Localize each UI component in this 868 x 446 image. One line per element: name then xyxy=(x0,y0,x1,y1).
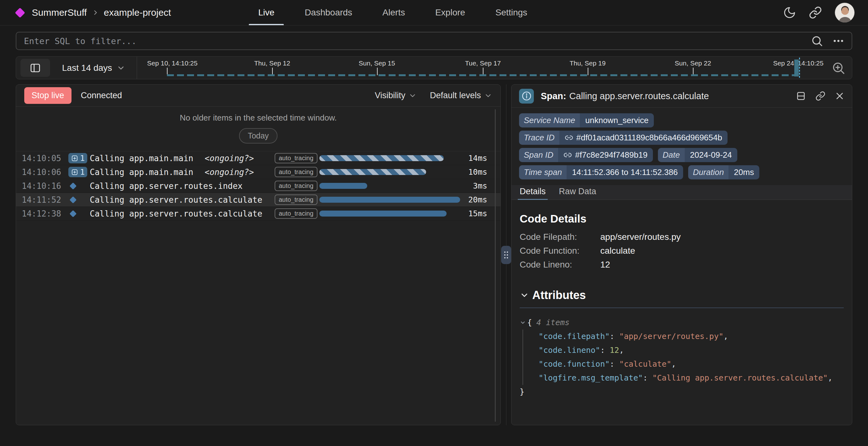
user-avatar[interactable] xyxy=(835,2,855,23)
json-entry: "logfire.msg_template": "Calling app.ser… xyxy=(538,371,844,385)
sql-filter-input[interactable] xyxy=(17,32,811,50)
trace-rows: 14:10:05 1 Calling app.main.main <ongoin… xyxy=(16,151,500,425)
split-view-icon[interactable] xyxy=(796,91,806,101)
link-icon[interactable] xyxy=(565,133,573,142)
trace-message: Calling app.server.routes.calculate xyxy=(90,209,262,218)
json-entry: "code.filepath": "app/server/routes.py", xyxy=(538,329,844,343)
code-lineno-row: Code Lineno: 12 xyxy=(520,258,844,272)
main-content: Stop live Connected Visibility Default l… xyxy=(16,84,852,425)
no-older-items-notice: No older items in the selected time wind… xyxy=(16,107,500,151)
json-item-count: 4 items xyxy=(536,316,569,329)
span-duration-bar[interactable] xyxy=(319,155,444,161)
brand-name[interactable]: SummerStuff xyxy=(32,7,87,18)
nav-tab-live[interactable]: Live xyxy=(258,0,274,25)
nav-tabs: Live Dashboards Alerts Explore Settings xyxy=(258,0,527,25)
trace-row-selected[interactable]: 14:11:52 Calling app.server.routes.calcu… xyxy=(16,193,500,207)
tab-raw-data[interactable]: Raw Data xyxy=(559,187,596,199)
badge-label: Trace ID xyxy=(519,131,559,145)
zoom-in-icon[interactable] xyxy=(831,61,846,75)
link-icon[interactable] xyxy=(563,151,572,159)
trace-message: Calling app.main.main xyxy=(90,167,193,177)
nav-tab-alerts[interactable]: Alerts xyxy=(382,0,405,25)
more-options-icon[interactable] xyxy=(832,35,845,47)
nav-tab-settings[interactable]: Settings xyxy=(495,0,527,25)
collapsed-span-count-icon[interactable]: 1 xyxy=(68,153,87,163)
breadcrumb-project[interactable]: example-project xyxy=(104,7,171,18)
span-duration-bar[interactable] xyxy=(319,169,426,175)
trace-duration: 15ms xyxy=(468,209,487,218)
stop-live-button[interactable]: Stop live xyxy=(24,87,71,104)
kv-value: app/server/routes.py xyxy=(600,230,681,244)
trace-id-badge[interactable]: Trace ID #df01acad0311189c8b66a466d96965… xyxy=(519,131,727,145)
span-diamond-icon xyxy=(70,182,77,189)
timeline-selection-cursor[interactable] xyxy=(799,58,800,78)
timeline-activity-dashes xyxy=(167,74,801,76)
collapsed-span-count-icon[interactable]: 1 xyxy=(68,167,87,177)
copy-link-icon[interactable] xyxy=(815,91,826,101)
collapsed-count: 1 xyxy=(80,167,85,177)
badge-label: Date xyxy=(658,148,685,162)
service-name-badge: Service Name unknown_service xyxy=(519,113,654,127)
json-entry: "code.function": "calculate", xyxy=(538,357,844,371)
sidebar-toggle-icon[interactable] xyxy=(21,59,50,77)
chevron-down-icon xyxy=(484,92,492,100)
span-info-icon xyxy=(519,89,534,103)
attributes-divider xyxy=(520,308,844,308)
code-function-row: Code Function: calculate xyxy=(520,244,844,258)
trace-duration: 20ms xyxy=(468,195,487,204)
span-detail-header: Span:Calling app.server.routes.calculate xyxy=(512,85,852,108)
trace-tag: auto_tracing xyxy=(275,194,317,205)
attributes-json-viewer: { 4 items "code.filepath": "app/server/r… xyxy=(520,316,844,399)
top-nav: SummerStuff example-project Live Dashboa… xyxy=(0,0,868,26)
sql-filter-bar xyxy=(16,32,852,50)
nav-tab-dashboards[interactable]: Dashboards xyxy=(305,0,352,25)
span-diamond-icon xyxy=(70,210,77,217)
trace-duration: 3ms xyxy=(473,181,487,190)
chevron-down-icon xyxy=(408,92,417,100)
timeline-label: Sun, Sep 15 xyxy=(359,60,395,67)
attributes-collapse-toggle[interactable]: Attributes xyxy=(520,289,844,302)
trace-timestamp: 14:10:16 xyxy=(22,181,66,191)
search-icon[interactable] xyxy=(811,35,823,47)
share-link-icon[interactable] xyxy=(809,6,822,19)
span-badges: Service Name unknown_service Trace ID #d… xyxy=(512,108,852,182)
timeline-label: Thu, Sep 12 xyxy=(254,60,290,67)
json-root-toggle[interactable]: { 4 items xyxy=(520,316,844,329)
today-button[interactable]: Today xyxy=(239,128,278,144)
span-duration-bar[interactable] xyxy=(319,211,446,217)
badge-value: 14:11:52.366 to 14:11:52.386 xyxy=(567,165,683,180)
kv-value: calculate xyxy=(600,244,635,258)
scrollbar[interactable] xyxy=(495,109,496,422)
trace-row[interactable]: 14:10:05 1 Calling app.main.main <ongoin… xyxy=(16,151,500,165)
tab-details[interactable]: Details xyxy=(520,187,546,199)
span-duration-bar[interactable] xyxy=(319,197,460,203)
dark-mode-moon-icon[interactable] xyxy=(783,6,796,19)
timeline-bar: Last 14 days Sep 10, 14:10:25 Thu, Sep 1… xyxy=(16,56,852,79)
kv-label: Code Lineno: xyxy=(520,258,600,272)
chevron-down-icon xyxy=(520,319,526,326)
default-levels-dropdown[interactable]: Default levels xyxy=(430,91,492,100)
trace-row[interactable]: 14:10:16 Calling app.server.routes.index… xyxy=(16,179,500,193)
timeline-activity-spike xyxy=(794,60,799,76)
app-root: SummerStuff example-project Live Dashboa… xyxy=(0,0,868,425)
panel-resize-handle[interactable] xyxy=(501,246,511,264)
brand-logo-icon[interactable] xyxy=(15,7,25,18)
span-duration-bar[interactable] xyxy=(319,183,367,189)
close-icon[interactable] xyxy=(835,91,844,101)
collapsed-count: 1 xyxy=(80,154,85,163)
time-range-select[interactable]: Last 14 days xyxy=(62,63,125,73)
nav-tab-explore[interactable]: Explore xyxy=(435,0,465,25)
visibility-dropdown[interactable]: Visibility xyxy=(375,91,417,100)
date-badge: Date 2024-09-24 xyxy=(658,148,737,162)
time-range-label: Last 14 days xyxy=(62,63,112,73)
code-details-heading: Code Details xyxy=(520,213,844,225)
trace-timestamp: 14:12:38 xyxy=(22,209,66,218)
chevron-down-icon xyxy=(520,290,529,300)
kv-label: Code Filepath: xyxy=(520,230,600,244)
trace-row[interactable]: 14:10:06 1 Calling app.main.main <ongoin… xyxy=(16,165,500,179)
timeline-track[interactable]: Sep 10, 14:10:25 Thu, Sep 12 Sun, Sep 15… xyxy=(146,57,826,79)
trace-row[interactable]: 14:12:38 Calling app.server.routes.calcu… xyxy=(16,207,500,221)
span-id-badge[interactable]: Span ID #f7c8e294f7489b19 xyxy=(519,148,653,162)
badge-label: Span ID xyxy=(519,148,558,162)
badge-label: Service Name xyxy=(519,113,580,127)
